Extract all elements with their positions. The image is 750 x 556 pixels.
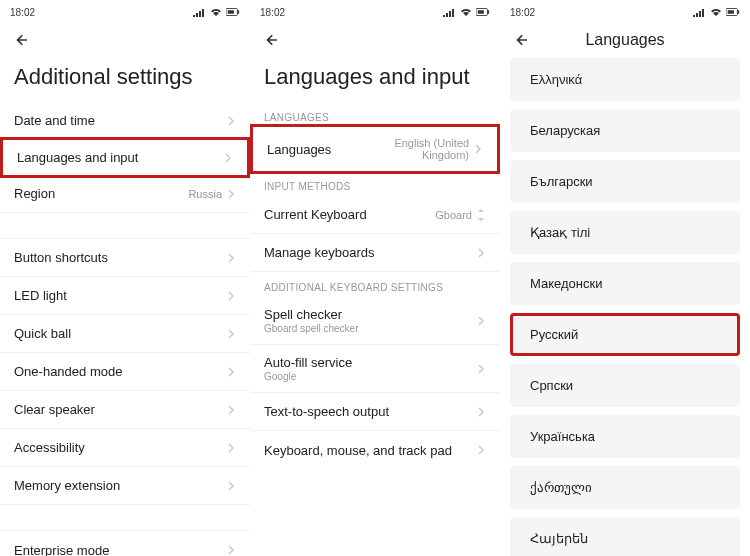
row-date-time[interactable]: Date and time (0, 102, 250, 140)
row-value: English (United Kingdom) (369, 137, 469, 161)
panel-language-list: 18:02 Languages ΕλληνικάБеларускаяБългар… (500, 0, 750, 556)
row-autofill[interactable]: Auto-fill service Google (250, 345, 500, 393)
row-label: Accessibility (14, 440, 226, 455)
row-label: Button shortcuts (14, 250, 226, 265)
signal-icon (192, 7, 206, 17)
language-list: ΕλληνικάБеларускаяБългарскиҚазақ тіліМак… (500, 58, 750, 556)
chevron-right-icon (476, 445, 486, 455)
row-one-handed[interactable]: One-handed mode (0, 353, 250, 391)
language-item[interactable]: ქართული (510, 466, 740, 509)
language-item[interactable]: Македонски (510, 262, 740, 305)
row-label: Keyboard, mouse, and track pad (264, 443, 476, 458)
chevron-right-icon (476, 364, 486, 374)
status-icons (692, 7, 740, 17)
language-item[interactable]: Қазақ тілі (510, 211, 740, 254)
row-tts[interactable]: Text-to-speech output (250, 393, 500, 431)
row-label: Manage keyboards (264, 245, 476, 260)
row-region[interactable]: Region Russia (0, 175, 250, 213)
row-spell-checker[interactable]: Spell checker Gboard spell checker (250, 297, 500, 345)
row-label: Quick ball (14, 326, 226, 341)
panel-additional-settings: 18:02 Additional settings Date and time … (0, 0, 250, 556)
spacer (0, 213, 250, 239)
row-quick-ball[interactable]: Quick ball (0, 315, 250, 353)
updown-icon (476, 209, 486, 221)
row-accessibility[interactable]: Accessibility (0, 429, 250, 467)
battery-icon (226, 7, 240, 17)
row-label: Clear speaker (14, 402, 226, 417)
status-bar: 18:02 (250, 0, 500, 22)
header (250, 22, 500, 58)
row-kmt[interactable]: Keyboard, mouse, and track pad (250, 431, 500, 469)
back-icon[interactable] (12, 30, 32, 50)
row-button-shortcuts[interactable]: Button shortcuts (0, 239, 250, 277)
back-icon[interactable] (262, 30, 282, 50)
signal-icon (442, 7, 456, 17)
row-value: Gboard (435, 209, 472, 221)
status-bar: 18:02 (500, 0, 750, 22)
row-label: Auto-fill service (264, 355, 476, 370)
chevron-right-icon (476, 316, 486, 326)
row-label: Date and time (14, 113, 226, 128)
row-label: Languages and input (17, 150, 223, 165)
language-item[interactable]: Ελληνικά (510, 58, 740, 101)
row-memory-extension[interactable]: Memory extension (0, 467, 250, 505)
chevron-right-icon (473, 144, 483, 154)
row-enterprise-mode[interactable]: Enterprise mode (0, 531, 250, 556)
wifi-icon (459, 7, 473, 17)
chevron-right-icon (476, 248, 486, 258)
chevron-right-icon (223, 153, 233, 163)
page-title: Languages and input (250, 58, 500, 102)
header (0, 22, 250, 58)
status-bar: 18:02 (0, 0, 250, 22)
svg-rect-4 (487, 10, 489, 14)
row-sub: Gboard spell checker (264, 323, 476, 334)
status-time: 18:02 (260, 7, 285, 18)
chevron-right-icon (226, 405, 236, 415)
back-icon[interactable] (512, 30, 532, 50)
status-time: 18:02 (10, 7, 35, 18)
chevron-right-icon (226, 189, 236, 199)
row-languages[interactable]: Languages English (United Kingdom) (250, 124, 500, 174)
chevron-right-icon (226, 329, 236, 339)
row-clear-speaker[interactable]: Clear speaker (0, 391, 250, 429)
row-label: LED light (14, 288, 226, 303)
chevron-right-icon (476, 407, 486, 417)
language-item[interactable]: Русский (510, 313, 740, 356)
chevron-right-icon (226, 116, 236, 126)
wifi-icon (209, 7, 223, 17)
chevron-right-icon (226, 443, 236, 453)
row-label: Memory extension (14, 478, 226, 493)
row-languages-input[interactable]: Languages and input (0, 137, 250, 178)
chevron-right-icon (226, 545, 236, 555)
row-current-keyboard[interactable]: Current Keyboard Gboard (250, 196, 500, 234)
language-item[interactable]: Українська (510, 415, 740, 458)
language-item[interactable]: Беларуская (510, 109, 740, 152)
panel-languages-input: 18:02 Languages and input LANGUAGES Lang… (250, 0, 500, 556)
row-sub: Google (264, 371, 476, 382)
row-label: Spell checker (264, 307, 476, 322)
svg-rect-1 (237, 10, 239, 14)
header: Languages (500, 22, 750, 58)
battery-icon (726, 7, 740, 17)
section-label-additional: ADDITIONAL KEYBOARD SETTINGS (250, 272, 500, 297)
row-label: Region (14, 186, 188, 201)
row-manage-keyboards[interactable]: Manage keyboards (250, 234, 500, 272)
language-item[interactable]: Հայերեն (510, 517, 740, 556)
language-item[interactable]: Български (510, 160, 740, 203)
row-value: Russia (188, 188, 222, 200)
language-item[interactable]: Српски (510, 364, 740, 407)
svg-rect-5 (478, 10, 484, 14)
page-title: Additional settings (0, 58, 250, 102)
chevron-right-icon (226, 481, 236, 491)
row-label: Enterprise mode (14, 543, 226, 557)
status-icons (192, 7, 240, 17)
wifi-icon (709, 7, 723, 17)
row-led-light[interactable]: LED light (0, 277, 250, 315)
chevron-right-icon (226, 253, 236, 263)
svg-rect-8 (728, 10, 734, 14)
spacer (0, 505, 250, 531)
header-title: Languages (532, 31, 718, 49)
status-time: 18:02 (510, 7, 535, 18)
svg-rect-7 (737, 10, 739, 14)
row-label: One-handed mode (14, 364, 226, 379)
